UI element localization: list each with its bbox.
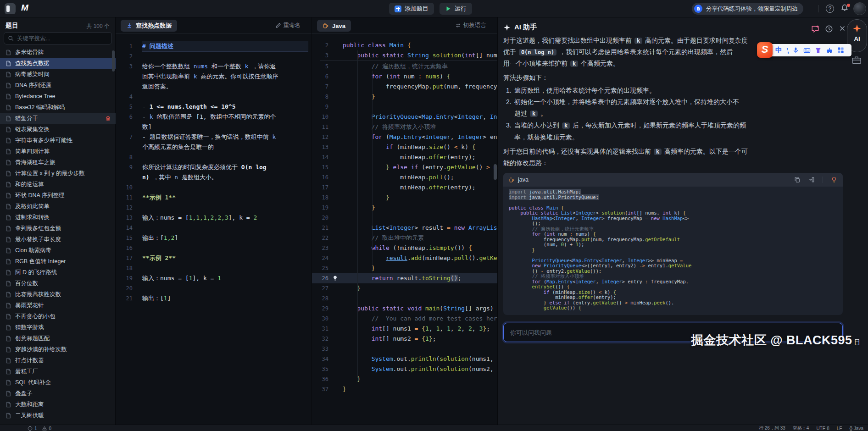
- problem-list-item[interactable]: SQL 代码补全: [0, 377, 116, 388]
- problem-list-item[interactable]: 蛋糕工厂: [0, 366, 116, 377]
- ime-mode-icon[interactable]: 中: [775, 46, 782, 55]
- problem-list-item[interactable]: 链表聚集交换: [0, 124, 116, 135]
- editor-line[interactable]: 16 minHeap.poll();: [312, 172, 497, 182]
- language-tab-java[interactable]: Java: [317, 20, 351, 32]
- problem-list-item[interactable]: DNA 序列还原: [0, 80, 116, 91]
- editor-line[interactable]: 26 return result.toString();: [312, 273, 497, 283]
- problem-list-item[interactable]: 叠盘子: [0, 388, 116, 399]
- problem-list-item[interactable]: 病毒感染时间: [0, 69, 116, 80]
- editor-line[interactable]: 31 int[] nums1 = {1, 1, 1, 2, 2, 3};: [312, 324, 497, 334]
- insert-code-icon[interactable]: [808, 177, 815, 183]
- run-button[interactable]: 运行: [440, 3, 472, 15]
- editor-line[interactable]: 23 while (!minHeap.isEmpty()) {: [312, 243, 497, 253]
- problem-list-item[interactable]: 打点计数器: [0, 355, 116, 366]
- status-item[interactable]: UTF-8: [816, 426, 829, 431]
- problem-list-item[interactable]: Base32 编码和解码: [0, 102, 116, 113]
- warning-count[interactable]: 0: [49, 426, 52, 431]
- user-avatar[interactable]: [853, 2, 866, 15]
- editor-line[interactable]: 22 // 取出堆中的元素: [312, 233, 497, 243]
- problem-list-item[interactable]: 不再贪心的小包: [0, 311, 116, 322]
- editor-line[interactable]: 29 public static void main(String[] args…: [312, 304, 497, 314]
- problem-list-item[interactable]: 字符串有多少种可能性: [0, 135, 116, 146]
- feedback-icon[interactable]: [851, 56, 862, 65]
- problem-list-item[interactable]: 暴雨梨花针: [0, 300, 116, 311]
- editor-line[interactable]: 8 }: [312, 92, 497, 102]
- editor-line[interactable]: 10 PriorityQueue<Map.Entry<Integer, Inte…: [312, 112, 497, 122]
- lightbulb-icon[interactable]: [332, 275, 338, 281]
- sidebar-scrollbar[interactable]: [112, 50, 115, 72]
- trash-icon[interactable]: [105, 116, 111, 122]
- share-banner[interactable]: 分享代码练习体验，领限量定制周边: [692, 3, 803, 15]
- history-icon[interactable]: [825, 25, 833, 33]
- editor-code-area[interactable]: 2public class Main {3 public static Stri…: [312, 40, 497, 394]
- editor-line[interactable]: 30 // You can add more test cases here: [312, 314, 497, 324]
- ime-toolbox-icon[interactable]: [826, 47, 833, 54]
- ime-punctuation-icon[interactable]: ’,: [786, 47, 788, 54]
- problem-list-item[interactable]: 百分位数: [0, 278, 116, 289]
- editor-line[interactable]: 5 // 遍历数组，统计元素频率: [312, 61, 497, 72]
- editor-line[interactable]: 36 }: [312, 374, 497, 384]
- problem-list-item[interactable]: 简单四则计算: [0, 146, 116, 157]
- editor-line[interactable]: 2public class Main {: [312, 40, 497, 50]
- close-icon[interactable]: [839, 25, 847, 33]
- app-logo[interactable]: M: [21, 3, 28, 13]
- status-right-items[interactable]: 行 26，列 33空格：4UTF-8LF{} Java: [759, 425, 863, 431]
- problem-list-item[interactable]: 及格如此简单: [0, 201, 116, 212]
- problem-list-item[interactable]: 多米诺骨牌: [0, 47, 116, 58]
- editor-line[interactable]: 35 System.out.println(solution(nums2, k:…: [312, 364, 497, 374]
- editor-line[interactable]: 7 frequencyMap.put(num, frequencyMap.get…: [312, 82, 497, 92]
- ime-mic-icon[interactable]: [792, 47, 799, 54]
- problem-list-item[interactable]: 阿 D 的飞行路线: [0, 267, 116, 278]
- rename-button[interactable]: 重命名: [275, 22, 301, 29]
- error-count[interactable]: 1: [34, 426, 37, 431]
- search-box[interactable]: [4, 32, 112, 44]
- problem-list-item[interactable]: 环状 DNA 序列整理: [0, 190, 116, 201]
- problem-list-item[interactable]: RGB 色值转 Integer: [0, 256, 116, 267]
- problem-list-item[interactable]: 比赛最高获胜次数: [0, 289, 116, 300]
- editor-line[interactable]: 19 }: [312, 203, 497, 213]
- editor-line[interactable]: 33: [312, 344, 497, 354]
- status-item[interactable]: {} Java: [849, 426, 863, 431]
- editor-line[interactable]: 27 }: [312, 283, 497, 293]
- problem-list-item[interactable]: 计算位置 x 到 y 的最少步数: [0, 168, 116, 179]
- switch-language-button[interactable]: 切换语言: [455, 22, 486, 29]
- editor-line[interactable]: 28: [312, 293, 497, 304]
- copy-code-icon[interactable]: [794, 177, 801, 183]
- status-item[interactable]: LF: [837, 426, 842, 431]
- editor-line[interactable]: 14 minHeap.offer(entry);: [312, 152, 497, 162]
- editor-line[interactable]: 25 }: [312, 263, 497, 273]
- help-icon[interactable]: ?: [826, 5, 834, 13]
- editor-line[interactable]: 15 } else if (entry.getValue() > minHeap…: [312, 162, 497, 172]
- problem-list-item[interactable]: 大数和距离: [0, 399, 116, 410]
- problem-list-item[interactable]: 进制求和转换: [0, 212, 116, 223]
- add-problem-button[interactable]: 添加题目: [389, 3, 434, 15]
- problem-list-item[interactable]: 最小替换子串长度: [0, 234, 116, 245]
- problem-list-item[interactable]: 拿到最多红包金额: [0, 223, 116, 234]
- editor-line[interactable]: 37}: [312, 384, 497, 394]
- editor-line[interactable]: 18 }: [312, 193, 497, 203]
- editor-line[interactable]: 32 int[] nums2 = {1};: [312, 334, 497, 344]
- editor-line[interactable]: 17 minHeap.offer(entry);: [312, 182, 497, 193]
- problem-list-item[interactable]: Bytedance Tree: [0, 91, 116, 102]
- ime-toolbar[interactable]: 中 ’,: [765, 44, 851, 56]
- problem-list-item[interactable]: 创意标题匹配: [0, 333, 116, 344]
- editor-line[interactable]: 34 System.out.println(solution(nums1, k:…: [312, 354, 497, 364]
- editor-line[interactable]: 9: [312, 102, 497, 112]
- problem-list-item[interactable]: 查找热点数据: [0, 58, 116, 69]
- editor-line[interactable]: 3 public static String solution(int[] nu…: [312, 50, 497, 61]
- editor-line[interactable]: 13 if (minHeap.size() < k) {: [312, 142, 497, 152]
- problem-title-tab[interactable]: 查找热点数据: [121, 20, 177, 32]
- problem-list-item[interactable]: 猜数字游戏: [0, 322, 116, 333]
- status-item[interactable]: 行 26，列 33: [759, 425, 785, 431]
- new-chat-icon[interactable]: [811, 25, 819, 33]
- editor-line[interactable]: 21 List<Integer> result = new ArrayList<…: [312, 223, 497, 233]
- editor-line[interactable]: 11 // 将频率对放入小顶堆: [312, 122, 497, 132]
- ime-grid-icon[interactable]: [837, 47, 844, 54]
- notification-bell-icon[interactable]: [840, 4, 851, 14]
- editor-line[interactable]: 24 result.add(minHeap.poll().getKey());: [312, 253, 497, 263]
- problem-list-item[interactable]: 二叉树供暖: [0, 410, 116, 421]
- problem-list-item[interactable]: Cion 勒索病毒: [0, 245, 116, 256]
- sogou-ime-logo[interactable]: S: [757, 42, 773, 58]
- problem-list-item[interactable]: 穿越沙漠的补给次数: [0, 344, 116, 355]
- problem-list-item[interactable]: 青海湖租车之旅: [0, 157, 116, 168]
